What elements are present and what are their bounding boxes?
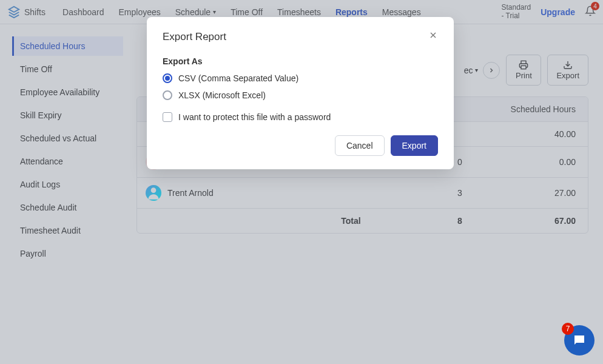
radio-csv[interactable]: CSV (Comma Separated Value): [163, 73, 438, 83]
modal-header: Export Report: [163, 30, 438, 43]
close-button[interactable]: [428, 30, 438, 43]
checkbox-icon: [163, 112, 172, 122]
chat-icon: [572, 333, 587, 348]
modal-footer: Cancel Export: [163, 135, 438, 156]
password-protect-checkbox[interactable]: I want to protect this file with a passw…: [163, 112, 438, 122]
cancel-button[interactable]: Cancel: [335, 135, 385, 156]
export-report-modal: Export Report Export As CSV (Comma Separ…: [147, 17, 454, 169]
export-as-label: Export As: [163, 56, 438, 66]
close-icon: [428, 30, 438, 40]
radio-icon: [163, 73, 172, 83]
export-confirm-button[interactable]: Export: [391, 135, 438, 156]
chat-fab[interactable]: 7: [564, 325, 595, 356]
radio-icon: [163, 90, 172, 100]
radio-label: XLSX (Microsoft Excel): [178, 90, 266, 100]
chat-badge: 7: [562, 323, 574, 335]
radio-xlsx[interactable]: XLSX (Microsoft Excel): [163, 90, 438, 100]
modal-title: Export Report: [163, 31, 226, 43]
radio-label: CSV (Comma Separated Value): [178, 73, 298, 83]
checkbox-label: I want to protect this file with a passw…: [178, 112, 331, 122]
